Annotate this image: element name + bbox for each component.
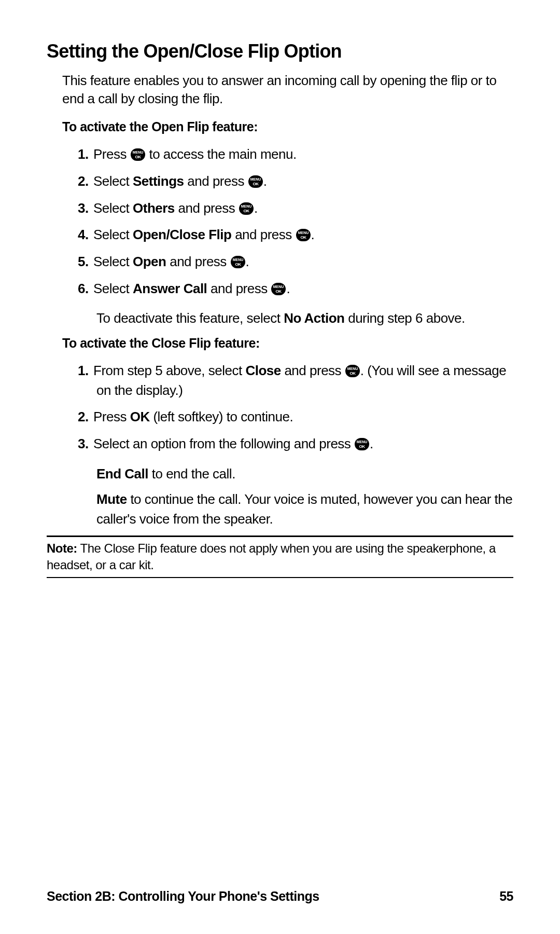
close-flip-steps: 1.From step 5 above, select Close and pr… bbox=[78, 361, 513, 454]
menu-ok-icon bbox=[271, 282, 286, 296]
menu-ok-icon bbox=[230, 255, 246, 269]
page-number: 55 bbox=[499, 889, 513, 904]
step-3: 3.Select Others and press . bbox=[78, 199, 513, 218]
page-title: Setting the Open/Close Flip Option bbox=[47, 40, 513, 62]
option-end-call: End Call to end the call. bbox=[96, 464, 513, 484]
step-6: 6.Select Answer Call and press . bbox=[78, 279, 513, 299]
close-step-2: 2.Press OK (left softkey) to continue. bbox=[78, 407, 513, 427]
menu-ok-icon bbox=[296, 228, 311, 242]
deactivate-note: To deactivate this feature, select No Ac… bbox=[96, 309, 513, 328]
step-2: 2.Select Settings and press . bbox=[78, 172, 513, 191]
step-5: 5.Select Open and press . bbox=[78, 252, 513, 272]
menu-ok-icon bbox=[130, 148, 146, 161]
menu-ok-icon bbox=[345, 364, 360, 378]
menu-ok-icon bbox=[239, 202, 254, 215]
close-step-1: 1.From step 5 above, select Close and pr… bbox=[78, 361, 513, 400]
subheading-open: To activate the Open Flip feature: bbox=[62, 119, 513, 134]
manual-page: Setting the Open/Close Flip Option This … bbox=[0, 0, 560, 578]
option-mute: Mute to continue the call. Your voice is… bbox=[96, 490, 513, 529]
menu-ok-icon bbox=[354, 437, 370, 451]
intro-paragraph: This feature enables you to answer an in… bbox=[62, 72, 513, 108]
open-flip-steps: 1.Press to access the main menu. 2.Selec… bbox=[78, 145, 513, 298]
page-footer: Section 2B: Controlling Your Phone's Set… bbox=[47, 889, 513, 904]
footer-section-label: Section 2B: Controlling Your Phone's Set… bbox=[47, 889, 319, 904]
subheading-close: To activate the Close Flip feature: bbox=[62, 336, 513, 351]
divider-bottom bbox=[47, 577, 513, 578]
step-1: 1.Press to access the main menu. bbox=[78, 145, 513, 164]
note-box: Note: The Close Flip feature does not ap… bbox=[47, 540, 513, 574]
close-step-3: 3.Select an option from the following an… bbox=[78, 434, 513, 454]
menu-ok-icon bbox=[248, 175, 263, 188]
step-4: 4.Select Open/Close Flip and press . bbox=[78, 225, 513, 245]
divider-top bbox=[47, 535, 513, 537]
